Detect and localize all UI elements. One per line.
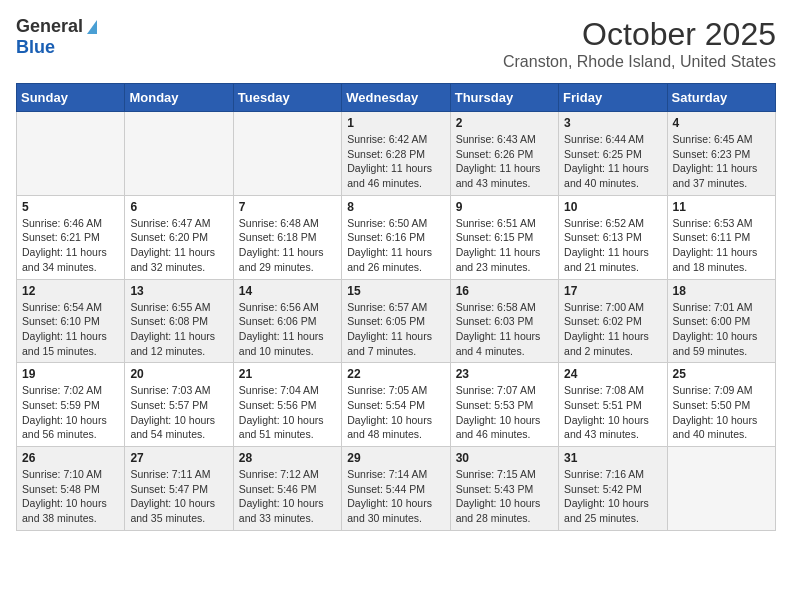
day-info: Sunrise: 6:47 AMSunset: 6:20 PMDaylight:… [130,216,227,275]
day-number: 24 [564,367,661,381]
day-info: Sunrise: 7:15 AMSunset: 5:43 PMDaylight:… [456,467,553,526]
day-number: 2 [456,116,553,130]
day-info: Sunrise: 7:08 AMSunset: 5:51 PMDaylight:… [564,383,661,442]
day-info: Sunrise: 7:10 AMSunset: 5:48 PMDaylight:… [22,467,119,526]
calendar-cell: 3Sunrise: 6:44 AMSunset: 6:25 PMDaylight… [559,112,667,196]
day-number: 6 [130,200,227,214]
day-info: Sunrise: 7:02 AMSunset: 5:59 PMDaylight:… [22,383,119,442]
day-info: Sunrise: 7:12 AMSunset: 5:46 PMDaylight:… [239,467,336,526]
day-number: 29 [347,451,444,465]
calendar-cell: 30Sunrise: 7:15 AMSunset: 5:43 PMDayligh… [450,447,558,531]
calendar-cell: 1Sunrise: 6:42 AMSunset: 6:28 PMDaylight… [342,112,450,196]
day-number: 3 [564,116,661,130]
day-info: Sunrise: 6:44 AMSunset: 6:25 PMDaylight:… [564,132,661,191]
day-number: 13 [130,284,227,298]
day-number: 10 [564,200,661,214]
day-info: Sunrise: 7:01 AMSunset: 6:00 PMDaylight:… [673,300,770,359]
calendar-cell: 6Sunrise: 6:47 AMSunset: 6:20 PMDaylight… [125,195,233,279]
day-info: Sunrise: 6:51 AMSunset: 6:15 PMDaylight:… [456,216,553,275]
calendar-cell [17,112,125,196]
day-info: Sunrise: 7:03 AMSunset: 5:57 PMDaylight:… [130,383,227,442]
page-header: General Blue October 2025 Cranston, Rhod… [16,16,776,71]
day-info: Sunrise: 7:04 AMSunset: 5:56 PMDaylight:… [239,383,336,442]
day-number: 30 [456,451,553,465]
header-row: SundayMondayTuesdayWednesdayThursdayFrid… [17,84,776,112]
day-info: Sunrise: 6:54 AMSunset: 6:10 PMDaylight:… [22,300,119,359]
day-number: 5 [22,200,119,214]
day-number: 28 [239,451,336,465]
calendar-cell: 4Sunrise: 6:45 AMSunset: 6:23 PMDaylight… [667,112,775,196]
weekday-header: Saturday [667,84,775,112]
calendar-week-row: 12Sunrise: 6:54 AMSunset: 6:10 PMDayligh… [17,279,776,363]
day-info: Sunrise: 7:14 AMSunset: 5:44 PMDaylight:… [347,467,444,526]
day-number: 16 [456,284,553,298]
calendar-cell [233,112,341,196]
day-number: 7 [239,200,336,214]
calendar-cell: 10Sunrise: 6:52 AMSunset: 6:13 PMDayligh… [559,195,667,279]
calendar-cell: 7Sunrise: 6:48 AMSunset: 6:18 PMDaylight… [233,195,341,279]
calendar-cell: 19Sunrise: 7:02 AMSunset: 5:59 PMDayligh… [17,363,125,447]
day-info: Sunrise: 6:46 AMSunset: 6:21 PMDaylight:… [22,216,119,275]
calendar-week-row: 5Sunrise: 6:46 AMSunset: 6:21 PMDaylight… [17,195,776,279]
day-info: Sunrise: 6:56 AMSunset: 6:06 PMDaylight:… [239,300,336,359]
weekday-header: Friday [559,84,667,112]
day-info: Sunrise: 6:55 AMSunset: 6:08 PMDaylight:… [130,300,227,359]
day-number: 14 [239,284,336,298]
day-info: Sunrise: 6:53 AMSunset: 6:11 PMDaylight:… [673,216,770,275]
calendar-cell: 27Sunrise: 7:11 AMSunset: 5:47 PMDayligh… [125,447,233,531]
calendar-cell [125,112,233,196]
day-number: 15 [347,284,444,298]
day-info: Sunrise: 7:00 AMSunset: 6:02 PMDaylight:… [564,300,661,359]
day-info: Sunrise: 7:11 AMSunset: 5:47 PMDaylight:… [130,467,227,526]
logo-general-text: General [16,16,83,37]
calendar-cell: 8Sunrise: 6:50 AMSunset: 6:16 PMDaylight… [342,195,450,279]
calendar-table: SundayMondayTuesdayWednesdayThursdayFrid… [16,83,776,531]
calendar-cell: 23Sunrise: 7:07 AMSunset: 5:53 PMDayligh… [450,363,558,447]
logo: General Blue [16,16,97,58]
day-info: Sunrise: 6:52 AMSunset: 6:13 PMDaylight:… [564,216,661,275]
calendar-cell: 15Sunrise: 6:57 AMSunset: 6:05 PMDayligh… [342,279,450,363]
weekday-header: Wednesday [342,84,450,112]
logo-icon [87,20,97,34]
day-number: 26 [22,451,119,465]
day-number: 1 [347,116,444,130]
calendar-cell: 24Sunrise: 7:08 AMSunset: 5:51 PMDayligh… [559,363,667,447]
calendar-cell: 5Sunrise: 6:46 AMSunset: 6:21 PMDaylight… [17,195,125,279]
calendar-cell: 28Sunrise: 7:12 AMSunset: 5:46 PMDayligh… [233,447,341,531]
title-section: October 2025 Cranston, Rhode Island, Uni… [503,16,776,71]
day-number: 22 [347,367,444,381]
day-number: 17 [564,284,661,298]
calendar-cell: 22Sunrise: 7:05 AMSunset: 5:54 PMDayligh… [342,363,450,447]
calendar-cell: 21Sunrise: 7:04 AMSunset: 5:56 PMDayligh… [233,363,341,447]
calendar-cell [667,447,775,531]
calendar-cell: 12Sunrise: 6:54 AMSunset: 6:10 PMDayligh… [17,279,125,363]
calendar-cell: 11Sunrise: 6:53 AMSunset: 6:11 PMDayligh… [667,195,775,279]
day-number: 18 [673,284,770,298]
day-number: 12 [22,284,119,298]
day-info: Sunrise: 6:43 AMSunset: 6:26 PMDaylight:… [456,132,553,191]
calendar-cell: 17Sunrise: 7:00 AMSunset: 6:02 PMDayligh… [559,279,667,363]
day-info: Sunrise: 6:45 AMSunset: 6:23 PMDaylight:… [673,132,770,191]
calendar-cell: 2Sunrise: 6:43 AMSunset: 6:26 PMDaylight… [450,112,558,196]
calendar-cell: 31Sunrise: 7:16 AMSunset: 5:42 PMDayligh… [559,447,667,531]
calendar-cell: 14Sunrise: 6:56 AMSunset: 6:06 PMDayligh… [233,279,341,363]
day-number: 20 [130,367,227,381]
day-info: Sunrise: 6:42 AMSunset: 6:28 PMDaylight:… [347,132,444,191]
day-info: Sunrise: 6:57 AMSunset: 6:05 PMDaylight:… [347,300,444,359]
calendar-cell: 18Sunrise: 7:01 AMSunset: 6:00 PMDayligh… [667,279,775,363]
day-number: 21 [239,367,336,381]
weekday-header: Tuesday [233,84,341,112]
day-number: 25 [673,367,770,381]
day-number: 9 [456,200,553,214]
calendar-cell: 25Sunrise: 7:09 AMSunset: 5:50 PMDayligh… [667,363,775,447]
day-info: Sunrise: 7:07 AMSunset: 5:53 PMDaylight:… [456,383,553,442]
calendar-cell: 9Sunrise: 6:51 AMSunset: 6:15 PMDaylight… [450,195,558,279]
calendar-cell: 29Sunrise: 7:14 AMSunset: 5:44 PMDayligh… [342,447,450,531]
day-info: Sunrise: 7:09 AMSunset: 5:50 PMDaylight:… [673,383,770,442]
weekday-header: Thursday [450,84,558,112]
month-title: October 2025 [503,16,776,53]
calendar-week-row: 1Sunrise: 6:42 AMSunset: 6:28 PMDaylight… [17,112,776,196]
day-info: Sunrise: 6:48 AMSunset: 6:18 PMDaylight:… [239,216,336,275]
calendar-week-row: 26Sunrise: 7:10 AMSunset: 5:48 PMDayligh… [17,447,776,531]
day-info: Sunrise: 7:05 AMSunset: 5:54 PMDaylight:… [347,383,444,442]
